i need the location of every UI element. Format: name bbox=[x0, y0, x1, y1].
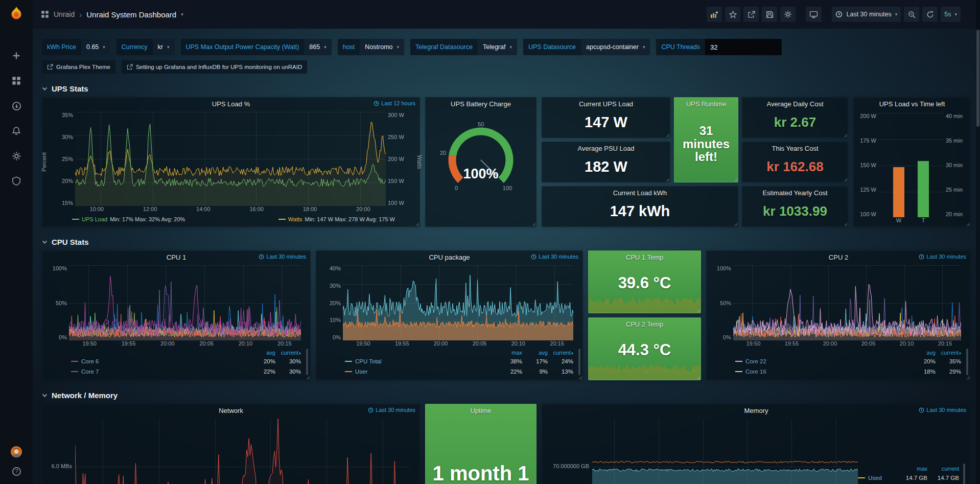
page-scrollbar-thumb[interactable] bbox=[976, 30, 979, 127]
panel-resize-handle[interactable] bbox=[306, 376, 310, 379]
help-button[interactable]: ? bbox=[11, 466, 22, 477]
legend-col-current[interactable]: current▾ bbox=[936, 350, 961, 356]
panel-resize-handle[interactable] bbox=[844, 222, 847, 226]
legend-col-avg[interactable]: avg bbox=[250, 350, 275, 356]
panel-resize-handle[interactable] bbox=[696, 309, 700, 312]
series-name[interactable]: UPS Load bbox=[82, 216, 107, 222]
panel-title[interactable]: CPU 2 bbox=[829, 253, 848, 261]
legend-col-max[interactable]: max bbox=[896, 466, 927, 472]
plot-area: Percent Watts 35% 30% 25% 20% 15% 300 W bbox=[42, 110, 419, 206]
legend-scrollbar[interactable] bbox=[963, 464, 965, 484]
panel-resize-handle[interactable] bbox=[966, 376, 970, 379]
breadcrumb-app[interactable]: Unraid bbox=[54, 10, 75, 18]
panel-title[interactable]: This Years Cost bbox=[772, 145, 818, 152]
refresh-button[interactable] bbox=[922, 7, 938, 22]
variable-value-dropdown[interactable]: Telegraf▾ bbox=[478, 39, 517, 55]
panel-resize-handle[interactable] bbox=[666, 178, 669, 181]
series-name[interactable]: Core 6 bbox=[81, 358, 99, 364]
legend-col-current[interactable]: current▾ bbox=[548, 350, 573, 356]
time-series-canvas[interactable] bbox=[343, 265, 573, 340]
refresh-interval-picker[interactable]: 5s ▾ bbox=[941, 7, 961, 22]
sidebar-item-alerting[interactable] bbox=[11, 125, 22, 136]
save-dashboard-button[interactable] bbox=[762, 7, 777, 22]
page-scrollbar[interactable] bbox=[976, 0, 980, 484]
row-header-network-memory[interactable]: Network / Memory bbox=[42, 387, 971, 403]
panel-resize-handle[interactable] bbox=[532, 222, 535, 226]
legend-col-max[interactable]: max bbox=[497, 350, 522, 356]
dashboard-link-plex-theme[interactable]: Grafana Plex Theme bbox=[42, 60, 115, 74]
legend-col-current[interactable]: current▾ bbox=[275, 350, 301, 356]
panel-title[interactable]: Average Daily Cost bbox=[766, 100, 823, 108]
time-series-canvas[interactable] bbox=[75, 112, 386, 206]
series-color-swatch bbox=[345, 371, 352, 372]
series-name[interactable]: Core 22 bbox=[745, 358, 766, 364]
legend-col-current[interactable]: current bbox=[927, 466, 959, 472]
legend-scrollbar[interactable] bbox=[966, 349, 968, 375]
variable-value-dropdown[interactable]: 0.65▾ bbox=[81, 39, 110, 55]
panel-resize-handle[interactable] bbox=[415, 222, 419, 226]
variable-value-dropdown[interactable]: Nostromo▾ bbox=[360, 39, 404, 55]
panel-resize-handle[interactable] bbox=[966, 222, 970, 226]
panel-resize-handle[interactable] bbox=[844, 133, 847, 137]
star-dashboard-button[interactable] bbox=[725, 7, 740, 22]
panel-title[interactable]: CPU 1 Temp bbox=[626, 253, 663, 261]
variable-value-dropdown[interactable]: kr▾ bbox=[153, 39, 175, 55]
cycle-view-mode-button[interactable] bbox=[806, 7, 822, 22]
panel-title[interactable]: CPU 1 bbox=[167, 253, 186, 261]
series-name[interactable]: Core 16 bbox=[745, 368, 766, 375]
legend-col-avg[interactable]: avg bbox=[522, 350, 548, 356]
panel-resize-handle[interactable] bbox=[844, 178, 847, 181]
breadcrumb-dashboard-title[interactable]: Unraid System Dashboard bbox=[86, 10, 176, 19]
row-header-ups-stats[interactable]: UPS Stats bbox=[42, 81, 971, 96]
panel-title[interactable]: Memory bbox=[744, 407, 768, 414]
chevron-down-icon: ▾ bbox=[509, 44, 512, 50]
panel-title[interactable]: Network bbox=[219, 407, 243, 414]
share-dashboard-button[interactable] bbox=[743, 7, 759, 22]
panel-resize-handle[interactable] bbox=[734, 222, 737, 226]
panel-title[interactable]: UPS Load vs Time left bbox=[879, 100, 945, 108]
panel-title[interactable]: CPU 2 Temp bbox=[626, 320, 663, 328]
sidebar-item-explore[interactable] bbox=[11, 100, 22, 111]
row-header-cpu-stats[interactable]: CPU Stats bbox=[42, 234, 971, 249]
panel-title[interactable]: CPU package bbox=[429, 253, 470, 261]
panel-title[interactable]: Average PSU Load bbox=[577, 145, 634, 152]
time-range-picker[interactable]: Last 30 minutes ▾ bbox=[832, 7, 901, 22]
legend-col-avg[interactable]: avg bbox=[910, 350, 936, 356]
panel-resize-handle[interactable] bbox=[734, 178, 737, 181]
time-series-canvas[interactable] bbox=[733, 265, 961, 340]
sidebar-item-create[interactable] bbox=[11, 50, 22, 61]
dashboard-link-ups-monitoring-guide[interactable]: Setting up Grafana and InfluxDB for UPS … bbox=[122, 60, 307, 74]
series-name[interactable]: Core 7 bbox=[81, 368, 99, 375]
legend-scrollbar[interactable] bbox=[578, 349, 580, 375]
series-name[interactable]: CPU Total bbox=[355, 358, 382, 364]
panel-title[interactable]: Current UPS Load bbox=[579, 100, 633, 108]
dashboard-settings-button[interactable] bbox=[780, 7, 796, 22]
sidebar-item-configuration[interactable] bbox=[11, 150, 22, 162]
panel-title[interactable]: UPS Load % bbox=[212, 100, 250, 108]
legend-scrollbar[interactable] bbox=[306, 349, 308, 375]
sidebar-item-server-admin[interactable] bbox=[11, 175, 22, 187]
sidebar-item-dashboards[interactable] bbox=[11, 75, 22, 86]
panel-title[interactable]: Current Load kWh bbox=[613, 189, 667, 197]
time-series-canvas[interactable] bbox=[592, 419, 858, 484]
variable-value-dropdown[interactable]: 865▾ bbox=[304, 39, 331, 55]
panel-title[interactable]: UPS Runtime bbox=[686, 100, 727, 108]
add-panel-button[interactable] bbox=[707, 7, 722, 22]
time-series-canvas[interactable] bbox=[69, 265, 301, 340]
panel-resize-handle[interactable] bbox=[696, 376, 700, 379]
panel-resize-handle[interactable] bbox=[578, 376, 582, 379]
grafana-logo-icon[interactable] bbox=[0, 0, 33, 29]
time-series-canvas[interactable] bbox=[75, 419, 410, 484]
variable-value-dropdown[interactable]: apcupsd-container▾ bbox=[581, 39, 650, 55]
panel-title[interactable]: Estimated Yearly Cost bbox=[762, 189, 827, 197]
zoom-out-button[interactable] bbox=[904, 7, 919, 22]
series-name[interactable]: User bbox=[355, 368, 367, 375]
panel-title[interactable]: UPS Battery Charge bbox=[451, 100, 511, 108]
gauge-tick: 100 bbox=[503, 185, 512, 191]
series-name[interactable]: Watts bbox=[288, 216, 302, 222]
panel-title[interactable]: Uptime bbox=[470, 407, 491, 414]
user-avatar[interactable] bbox=[11, 446, 22, 457]
cpu-threads-input[interactable] bbox=[705, 39, 782, 55]
panel-resize-handle[interactable] bbox=[666, 133, 669, 137]
series-name[interactable]: Used bbox=[868, 475, 882, 481]
